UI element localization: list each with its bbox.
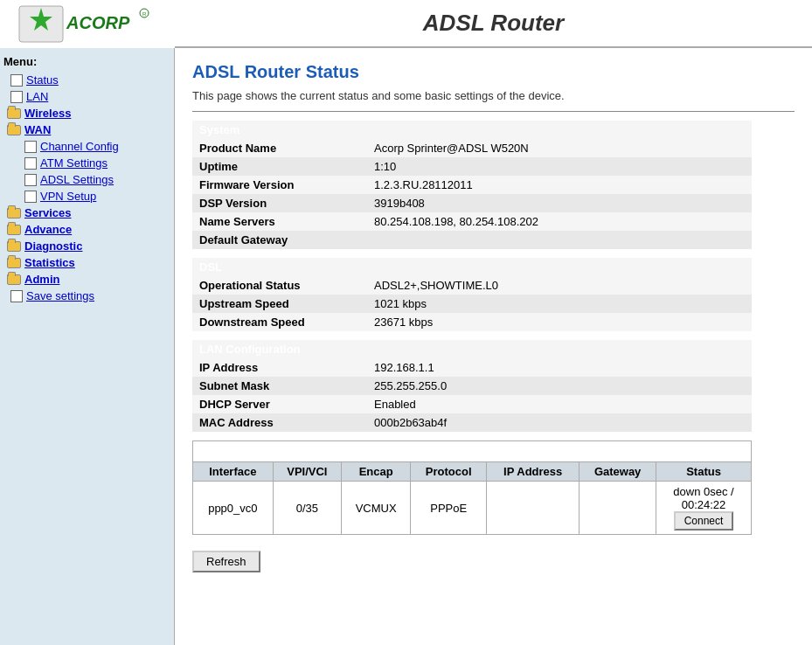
sidebar-item-advance-label: Advance: [24, 223, 72, 236]
page-title: ADSL Router Status: [192, 62, 795, 82]
sidebar-item-save-settings[interactable]: Save settings: [3, 288, 170, 304]
wan-column-header: Encap: [342, 462, 411, 482]
row-value: Enabled: [367, 395, 752, 413]
sidebar-item-status[interactable]: Status: [3, 72, 170, 88]
header: ACORP R ADSL Router: [0, 0, 812, 48]
row-label: Product Name: [192, 139, 367, 157]
sidebar-item-admin[interactable]: Admin: [3, 271, 170, 288]
menu-label: Menu:: [3, 55, 170, 68]
status-line2: 00:24:22: [662, 498, 746, 511]
row-value: ADSL2+,SHOWTIME.L0: [367, 276, 752, 295]
wan-encap: VCMUX: [342, 482, 411, 535]
row-label: Firmware Version: [192, 176, 367, 194]
logo-area: ACORP R: [0, 0, 175, 48]
folder-icon: [7, 274, 21, 285]
sidebar-item-wan-label: WAN: [24, 123, 51, 136]
page-icon: [24, 174, 37, 186]
sidebar-item-wireless[interactable]: Wireless: [3, 105, 170, 121]
wan-column-header: VPI/VCI: [273, 462, 341, 482]
sidebar-item-wireless-label: Wireless: [24, 107, 71, 120]
row-value: [367, 231, 752, 249]
folder-icon: [7, 225, 21, 235]
wan-table: WAN Configuration InterfaceVPI/VCIEncapP…: [192, 440, 752, 535]
main-content: ADSL Router Status This page shows the c…: [175, 48, 812, 645]
table-row: DSP Version3919b408: [192, 194, 752, 212]
page-icon: [10, 290, 23, 302]
row-label: Operational Status: [192, 276, 367, 295]
sidebar-item-lan-label: LAN: [26, 90, 48, 103]
sidebar-item-save-label: Save settings: [26, 289, 94, 302]
connect-button[interactable]: Connect: [674, 511, 734, 531]
folder-icon: [7, 125, 21, 135]
wan-gateway: [580, 482, 656, 535]
wan-column-header: IP Address: [487, 462, 580, 482]
row-value: 192.168.1.1: [367, 358, 752, 377]
system-section-header: System: [192, 121, 752, 139]
system-table: System Product NameAcorp Sprinter@ADSL W…: [192, 121, 752, 249]
row-value: 23671 kbps: [367, 313, 752, 331]
row-value: 1021 kbps: [367, 295, 752, 313]
table-row: Firmware Version1.2.3.RU.28112011: [192, 176, 752, 194]
wan-section-header: WAN Configuration: [193, 441, 752, 462]
refresh-button[interactable]: Refresh: [192, 551, 260, 572]
svg-text:ACORP: ACORP: [66, 13, 130, 32]
table-row: Product NameAcorp Sprinter@ADSL W520N: [192, 139, 752, 157]
sidebar-item-vpn-label: VPN Setup: [40, 190, 96, 203]
row-label: DHCP Server: [192, 395, 367, 413]
table-row: Subnet Mask255.255.255.0: [192, 377, 752, 395]
page-icon: [24, 157, 37, 170]
wan-ip-address: [487, 482, 580, 535]
table-row: Uptime1:10: [192, 157, 752, 176]
wan-column-header: Protocol: [411, 462, 487, 482]
folder-icon: [7, 208, 21, 218]
row-label: MAC Address: [192, 413, 367, 432]
page-icon: [24, 141, 37, 153]
wan-status: down 0sec / 00:24:22 Connect: [656, 482, 752, 535]
row-value: 3919b408: [367, 194, 752, 212]
page-description: This page shows the current status and s…: [192, 89, 795, 102]
row-value: 255.255.255.0: [367, 377, 752, 395]
svg-text:R: R: [142, 11, 147, 17]
folder-icon: [7, 108, 21, 119]
sidebar-item-services[interactable]: Services: [3, 205, 170, 221]
lan-table: LAN Configuration IP Address192.168.1.1S…: [192, 340, 752, 432]
row-value: 1.2.3.RU.28112011: [367, 176, 752, 194]
table-row: Downstream Speed23671 kbps: [192, 313, 752, 331]
wan-interface: ppp0_vc0: [193, 482, 274, 535]
row-label: Uptime: [192, 157, 367, 176]
sidebar-item-wan[interactable]: WAN: [3, 121, 170, 138]
sidebar-item-atm-label: ATM Settings: [40, 156, 108, 170]
sidebar-item-statistics-label: Statistics: [24, 256, 75, 269]
wan-column-header: Status: [656, 462, 752, 482]
page-icon: [10, 74, 23, 87]
row-value: 80.254.108.198, 80.254.108.202: [367, 212, 752, 231]
wan-column-header: Interface: [193, 462, 274, 482]
table-row: Default Gateway: [192, 231, 752, 249]
row-value: 000b2b63ab4f: [367, 413, 752, 432]
divider: [192, 111, 795, 112]
row-label: Name Servers: [192, 212, 367, 231]
logo-image: ACORP R: [17, 4, 157, 44]
sidebar-item-adsl-settings[interactable]: ADSL Settings: [17, 171, 170, 188]
sidebar-item-status-label: Status: [26, 73, 59, 87]
folder-icon: [7, 258, 21, 268]
table-row: DHCP ServerEnabled: [192, 395, 752, 413]
sidebar-item-atm-settings[interactable]: ATM Settings: [17, 155, 170, 171]
row-label: Default Gateway: [192, 231, 367, 249]
sidebar-item-channel-label: Channel Config: [40, 140, 119, 153]
wan-protocol: PPPoE: [411, 482, 487, 535]
table-row: Operational StatusADSL2+,SHOWTIME.L0: [192, 276, 752, 295]
page-header-title: ADSL Router: [423, 10, 564, 37]
sidebar-item-services-label: Services: [24, 206, 72, 219]
lan-section-header: LAN Configuration: [192, 340, 752, 358]
sidebar-item-advance[interactable]: Advance: [3, 221, 170, 238]
sidebar-item-vpn-setup[interactable]: VPN Setup: [17, 188, 170, 205]
sidebar-item-channel-config[interactable]: Channel Config: [17, 138, 170, 155]
sidebar-item-statistics[interactable]: Statistics: [3, 254, 170, 271]
sidebar-item-diagnostic[interactable]: Diagnostic: [3, 238, 170, 254]
table-row: Upstream Speed1021 kbps: [192, 295, 752, 313]
row-label: Downstream Speed: [192, 313, 367, 331]
sidebar-item-lan[interactable]: LAN: [3, 88, 170, 105]
row-label: DSP Version: [192, 194, 367, 212]
table-row: IP Address192.168.1.1: [192, 358, 752, 377]
